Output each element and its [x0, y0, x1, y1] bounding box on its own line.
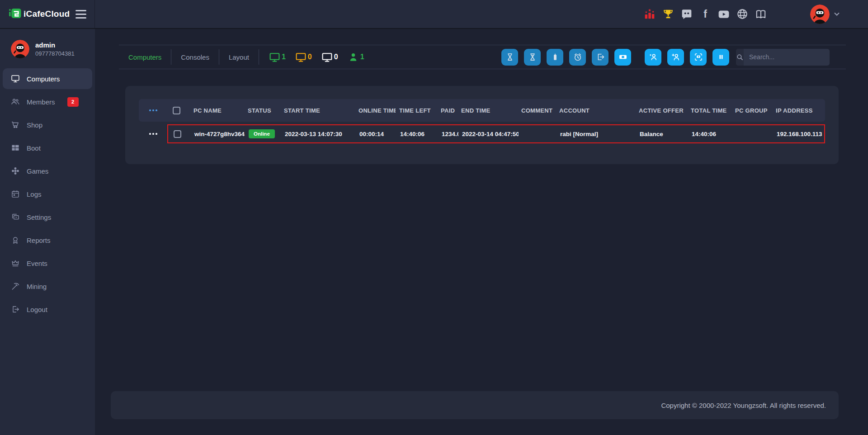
sidebar-item-label: Events [27, 260, 47, 267]
sidebar-item-reports[interactable]: Reports [3, 230, 92, 251]
column-header-time-left: TIME LEFT [396, 107, 437, 114]
select-all-checkbox[interactable] [173, 107, 180, 114]
pause-button[interactable] [712, 49, 729, 66]
hourglass-alt-button[interactable] [524, 49, 541, 66]
search-input[interactable] [744, 49, 830, 66]
pc-row-selected[interactable]: win-4727g8hv364 Online 2022-03-13 14:07:… [167, 124, 825, 143]
screen-scan-icon [694, 52, 703, 61]
logout-icon [11, 305, 20, 314]
column-header-online-time: ONLINE TIME [355, 107, 396, 114]
sidebar-item-label: Logout [27, 306, 47, 313]
counter-idle-pcs[interactable]: 0 [295, 52, 312, 63]
sidebar-item-games[interactable]: Games [3, 161, 92, 181]
gamepad-icon [11, 166, 20, 175]
table-header-menu[interactable] [149, 109, 157, 111]
tab-layout[interactable]: Layout [219, 53, 259, 61]
sidebar-item-label: Games [27, 167, 48, 175]
sidebar: admin 097778704381 Computers Members [0, 29, 95, 435]
sign-out-button[interactable] [592, 49, 609, 66]
screens-icon [11, 213, 20, 222]
sidebar-item-label: Shop [27, 121, 42, 129]
sidebar-item-label: Members [27, 98, 55, 106]
search-box [736, 49, 830, 66]
ranking-icon[interactable] [644, 8, 656, 20]
column-header-paid: PAID [437, 107, 458, 114]
alarm-clock-button[interactable] [569, 49, 586, 66]
sidebar-item-members[interactable]: Members 2 [3, 91, 92, 112]
column-header-pc-group: PC GROUP [731, 107, 772, 114]
sidebar-user-name: admin [35, 41, 75, 49]
monitor-icon [11, 74, 20, 83]
computers-table-card: PC NAME STATUS START TIME ONLINE TIME TI… [125, 86, 839, 164]
user-avatar [810, 5, 830, 24]
sidebar-item-settings[interactable]: Settings [3, 207, 92, 227]
sidebar-item-mining[interactable]: Mining [3, 276, 92, 297]
monitor-icon [295, 52, 307, 63]
sign-out-icon [596, 52, 605, 61]
sidebar-user-id: 097778704381 [35, 50, 75, 57]
counter-offline-pcs[interactable]: 0 [321, 52, 338, 63]
topbar-brand-area: iCafeCloud [0, 0, 95, 28]
battery-button[interactable] [547, 49, 563, 66]
hourglass-button[interactable] [501, 49, 518, 66]
sidebar-item-logs[interactable]: Logs [3, 184, 92, 204]
column-header-pc-name: PC NAME [190, 107, 244, 114]
search-icon [736, 49, 744, 66]
topbar-actions: f [644, 5, 868, 24]
sidebar-item-shop[interactable]: Shop [3, 114, 92, 135]
add-user-star-icon [649, 52, 658, 61]
sidebar-item-label: Computers [27, 75, 60, 83]
row-menu-button[interactable] [149, 133, 157, 135]
tab-consoles[interactable]: Consoles [171, 53, 219, 61]
calendar-icon [11, 189, 20, 199]
globe-icon[interactable] [736, 8, 748, 20]
toolbar-actions [495, 49, 846, 66]
user-menu-button[interactable] [810, 5, 840, 24]
cell-end-time: 2022-03-14 04:47:50 [458, 131, 519, 137]
add-member-star-button[interactable] [645, 49, 661, 66]
members-count-badge: 2 [67, 97, 79, 107]
cash-button[interactable] [614, 49, 631, 66]
table-header-row: PC NAME STATUS START TIME ONLINE TIME TI… [139, 99, 825, 122]
sidebar-user-avatar [11, 40, 29, 58]
tab-separator [259, 49, 259, 65]
sidebar-item-boot[interactable]: Boot [3, 137, 92, 158]
discord-icon[interactable] [681, 8, 693, 20]
cell-start-time: 2022-03-13 14:07:30 [281, 131, 356, 137]
sidebar-item-events[interactable]: Events [3, 253, 92, 274]
monitor-icon [321, 52, 333, 63]
screen-scan-button[interactable] [690, 49, 707, 66]
row-checkbox[interactable] [174, 130, 181, 138]
users-icon [11, 97, 20, 106]
add-member-button[interactable] [667, 49, 684, 66]
cart-icon [11, 120, 20, 129]
trophy-icon[interactable] [662, 8, 674, 20]
youtube-icon[interactable] [718, 8, 730, 20]
counter-online-pcs[interactable]: 1 [269, 52, 286, 63]
brand: iCafeCloud [9, 7, 70, 21]
column-header-account: ACCOUNT [556, 107, 635, 114]
hamburger-menu-button[interactable] [75, 10, 86, 19]
counter-active-members[interactable]: 1 [348, 52, 364, 63]
cell-ip-address: 192.168.100.113 [773, 131, 824, 137]
column-header-status: STATUS [244, 107, 280, 114]
social-links: f [644, 8, 767, 20]
main-content: Computers Consoles Layout 1 0 [95, 29, 868, 435]
crown-icon [11, 259, 20, 268]
topbar: iCafeCloud [0, 0, 868, 29]
pause-icon [717, 52, 726, 61]
facebook-icon[interactable]: f [699, 8, 711, 20]
sidebar-item-computers[interactable]: Computers [3, 68, 92, 89]
windows-icon [11, 143, 20, 152]
sidebar-item-label: Boot [27, 144, 41, 152]
sidebar-item-logout[interactable]: Logout [3, 299, 92, 320]
toolbar: Computers Consoles Layout 1 0 [119, 45, 846, 69]
docs-icon[interactable] [755, 8, 767, 20]
tab-computers[interactable]: Computers [119, 53, 171, 61]
sidebar-item-label: Settings [27, 213, 51, 221]
copyright-text: Copyright © 2000-2022 Youngzsoft. All ri… [661, 402, 826, 409]
column-header-start-time: START TIME [280, 107, 355, 114]
monitor-icon [269, 52, 280, 63]
brand-text: iCafeCloud [24, 9, 70, 19]
hourglass-icon [505, 52, 514, 61]
